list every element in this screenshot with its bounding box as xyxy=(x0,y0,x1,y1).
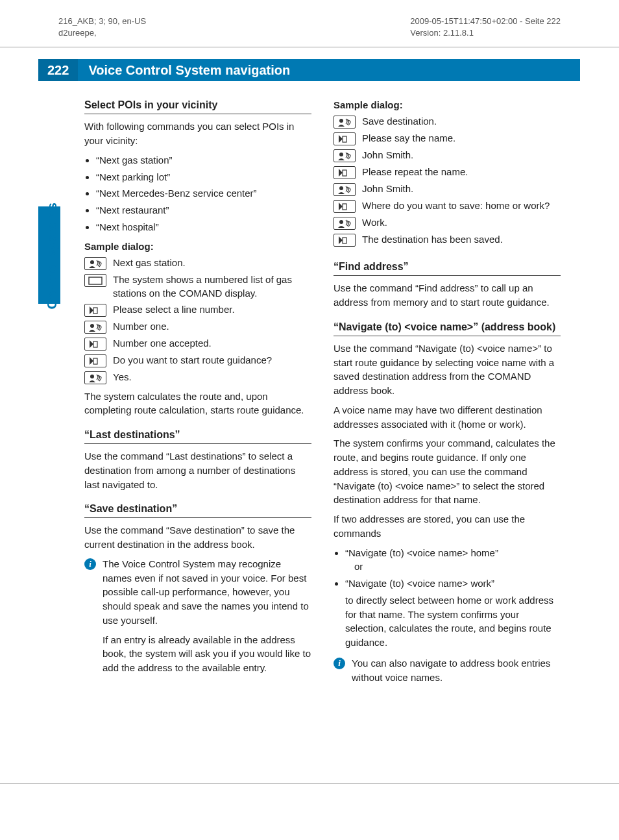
dialog-text: The destination has been saved. xyxy=(362,232,561,246)
dialog-row: Where do you want to save: home or work? xyxy=(334,199,561,213)
doc-meta-right: 2009-05-15T11:47:50+02:00 - Seite 222 Ve… xyxy=(410,16,561,39)
user-voice-icon xyxy=(334,149,356,162)
user-voice-icon xyxy=(334,116,356,129)
dialog-text: John Smith. xyxy=(362,148,561,162)
list-item: “Navigate (to) <voice name> home” or xyxy=(345,546,561,574)
dialog-row: Please repeat the name. xyxy=(334,165,561,179)
right-column: Sample dialog: Save destination.Please s… xyxy=(334,99,561,689)
dialog-text: Please select a line number. xyxy=(113,303,311,316)
dialog-text: Do you want to start route guidance? xyxy=(113,353,311,367)
cmd-desc: to directly select between home or work … xyxy=(345,593,561,650)
dialog-text: Save destination. xyxy=(362,114,561,128)
system-voice-icon xyxy=(84,354,106,367)
dialog-row: Please say the name. xyxy=(334,131,561,145)
info-text: You can also navigate to address book en… xyxy=(352,656,561,685)
sample-dialog-label: Sample dialog: xyxy=(84,241,311,252)
list-item: “Next hospital” xyxy=(96,220,311,234)
dialog-row: Number one. xyxy=(84,319,311,334)
list-item: “Next parking lot” xyxy=(96,170,311,184)
paragraph: With following commands you can select P… xyxy=(84,119,311,148)
dialog-text: Please repeat the name. xyxy=(362,165,561,179)
system-voice-icon xyxy=(334,166,356,179)
heading-poi: Select POIs in your vicinity xyxy=(84,99,311,114)
user-voice-icon xyxy=(84,257,106,270)
doc-meta-left: 216_AKB; 3; 90, en-US d2ureepe, xyxy=(58,16,146,39)
system-voice-icon xyxy=(84,338,106,351)
paragraph: Use the command “Find address” to call u… xyxy=(334,281,561,310)
dialog-text: Number one. xyxy=(113,319,311,333)
paragraph: The system confirms your command, calcul… xyxy=(334,436,561,507)
user-voice-icon xyxy=(334,217,356,230)
dialog-row: The destination has been saved. xyxy=(334,232,561,247)
heading-find-address: “Find address” xyxy=(334,261,561,276)
dialog-row: Next gas station. xyxy=(84,256,311,270)
banner-spacer xyxy=(0,59,38,81)
dialog-row: John Smith. xyxy=(334,182,561,196)
info-icon: i xyxy=(84,558,96,570)
dialog-row: John Smith. xyxy=(334,148,561,162)
dialog-row: The system shows a numbered list of gas … xyxy=(84,273,311,300)
cmd-text: “Navigate (to) <voice name> home” xyxy=(345,547,498,558)
title-banner: 222 Voice Control System navigation xyxy=(0,59,619,81)
info-paragraph: The Voice Control System may recognize n… xyxy=(103,557,311,628)
header-divider xyxy=(0,47,619,47)
dialog-row: Please select a line number. xyxy=(84,303,311,317)
dialog-block: Next gas station.The system shows a numb… xyxy=(84,256,311,384)
list-item: “Next gas station” xyxy=(96,153,311,167)
meta-line: d2ureepe, xyxy=(58,27,146,39)
paragraph: A voice name may have two different dest… xyxy=(334,403,561,432)
paragraph: The system calculates the route and, upo… xyxy=(84,389,311,418)
info-paragraph: If an entry is already available in the … xyxy=(103,633,311,675)
dialog-row: Yes. xyxy=(84,370,311,384)
doc-meta-header: 216_AKB; 3; 90, en-US d2ureepe, 2009-05-… xyxy=(0,0,619,39)
system-voice-icon xyxy=(334,132,356,145)
footer-divider xyxy=(0,783,619,784)
list-item: “Next restaurant” xyxy=(96,203,311,217)
display-voice-icon xyxy=(84,274,106,287)
meta-line: Version: 2.11.8.1 xyxy=(410,27,561,39)
cmd-or: or xyxy=(354,560,561,574)
info-note: i The Voice Control System may recognize… xyxy=(84,557,311,675)
cmd-text: “Navigate (to) <voice name> work” xyxy=(345,578,494,589)
paragraph: Use the command “Navigate (to) <voice na… xyxy=(334,341,561,398)
list-item: “Navigate (to) <voice name> work” to dir… xyxy=(345,576,561,650)
poi-command-list: “Next gas station” “Next parking lot” “N… xyxy=(84,153,311,234)
left-column: Select POIs in your vicinity With follow… xyxy=(84,99,311,689)
system-voice-icon xyxy=(334,234,356,247)
dialog-text: Number one accepted. xyxy=(113,336,311,350)
dialog-text: Yes. xyxy=(113,370,311,384)
sample-dialog-label: Sample dialog: xyxy=(334,99,561,110)
navigate-command-list: “Navigate (to) <voice name> home” or “Na… xyxy=(334,546,561,650)
dialog-block: Save destination.Please say the name.Joh… xyxy=(334,114,561,247)
dialog-row: Save destination. xyxy=(334,114,561,129)
user-voice-icon xyxy=(84,321,106,334)
system-voice-icon xyxy=(84,304,106,317)
paragraph: If two addresses are stored, you can use… xyxy=(334,512,561,541)
dialog-text: The system shows a numbered list of gas … xyxy=(113,273,311,300)
heading-last-destinations: “Last destinations” xyxy=(84,429,311,444)
meta-line: 216_AKB; 3; 90, en-US xyxy=(58,16,146,27)
heading-navigate-to: “Navigate (to) <voice name>” (address bo… xyxy=(334,321,561,336)
user-voice-icon xyxy=(334,183,356,196)
user-voice-icon xyxy=(84,371,106,384)
paragraph: Use the command “Save destination” to sa… xyxy=(84,523,311,552)
meta-line: 2009-05-15T11:47:50+02:00 - Seite 222 xyxy=(410,16,561,27)
heading-save-destination: “Save destination” xyxy=(84,503,311,518)
dialog-text: Next gas station. xyxy=(113,256,311,269)
dialog-text: Please say the name. xyxy=(362,131,561,145)
dialog-text: Work. xyxy=(362,216,561,229)
dialog-text: John Smith. xyxy=(362,182,561,195)
dialog-row: Do you want to start route guidance? xyxy=(84,353,311,367)
system-voice-icon xyxy=(334,200,356,213)
paragraph: Use the command “Last destinations” to s… xyxy=(84,449,311,491)
dialog-text: Where do you want to save: home or work? xyxy=(362,199,561,212)
info-text: The Voice Control System may recognize n… xyxy=(103,557,311,675)
info-icon: i xyxy=(334,658,345,669)
dialog-row: Work. xyxy=(334,216,561,230)
info-note: i You can also navigate to address book … xyxy=(334,656,561,685)
page-title: Voice Control System navigation xyxy=(78,59,580,81)
dialog-row: Number one accepted. xyxy=(84,336,311,351)
page-number: 222 xyxy=(38,59,78,81)
list-item: “Next Mercedes-Benz service center” xyxy=(96,186,311,201)
side-section-label: Control systems xyxy=(44,203,60,310)
